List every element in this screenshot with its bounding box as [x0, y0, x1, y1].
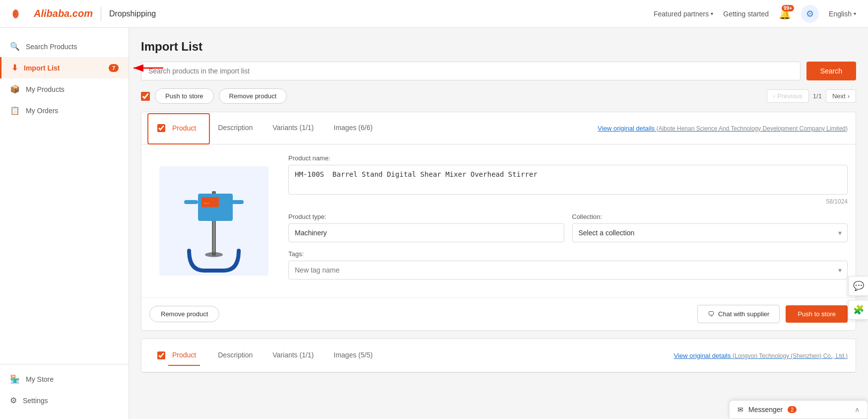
header-nav: Featured partners ▾ Getting started 🔔 99… [654, 5, 856, 23]
messenger-label: Messenger [748, 406, 783, 414]
logo-text: Alibaba.com [34, 8, 93, 19]
card-tabs: Product Description Variants (1/1) Image… [141, 112, 856, 144]
tab-images[interactable]: Images (6/6) [324, 117, 383, 140]
import-list-badge: 7 [109, 64, 119, 72]
product-card-1: Product Description Variants (1/1) Image… [141, 112, 856, 331]
select-all-checkbox[interactable] [141, 92, 150, 101]
push-to-store-footer-button[interactable]: Push to store [786, 305, 848, 323]
svg-text:e: e [13, 10, 16, 16]
push-to-store-button[interactable]: Push to store [155, 88, 214, 104]
chevron-left-icon: ‹ [773, 92, 775, 100]
sidebar: 🔍 Search Products ⬇ Import List 7 📦 My P… [0, 28, 129, 419]
tab-2-description[interactable]: Description [208, 344, 263, 367]
svg-rect-10 [213, 221, 215, 253]
card-footer-right: 🗨 Chat with supplier Push to store [697, 305, 848, 323]
orders-icon: 📋 [10, 106, 20, 115]
tab-product[interactable]: Product [168, 118, 200, 138]
header: e Alibaba.com Dropshipping Featured part… [0, 0, 868, 28]
app-name: Dropshipping [109, 9, 156, 18]
product-type-input[interactable] [288, 223, 564, 242]
puzzle-icon: 🧩 [853, 304, 864, 315]
tab-description[interactable]: Description [208, 117, 263, 140]
tags-input[interactable] [288, 261, 848, 279]
card-body: --.- Prod [141, 144, 856, 297]
tags-label: Tags: [288, 250, 848, 258]
store-icon: 🏪 [10, 374, 20, 384]
chat-icon: 🗨 [708, 310, 714, 318]
tab-2-images[interactable]: Images (5/5) [324, 344, 383, 367]
red-arrow-annotation [129, 58, 168, 78]
pagination: ‹ Previous 1/1 Next › [767, 89, 856, 103]
next-button[interactable]: Next › [826, 89, 856, 103]
product-tab-checkbox[interactable] [157, 124, 165, 132]
svg-rect-9 [230, 200, 244, 204]
tab-2-variants[interactable]: Variants (1/1) [263, 344, 324, 367]
card-2-tabs: Product Description Variants (1/1) Image… [141, 339, 856, 372]
logo[interactable]: e Alibaba.com [12, 7, 93, 21]
collection-select[interactable]: Select a collection [572, 223, 848, 242]
notification-button[interactable]: 🔔 99+ [779, 8, 791, 20]
product-type-label: Product type: [288, 213, 564, 220]
view-original-2-link[interactable]: View original details (Longvon Technolog… [674, 352, 848, 359]
svg-rect-8 [184, 200, 198, 204]
alibaba-logo-icon: e [12, 7, 30, 21]
product-2-tab-checkbox[interactable] [157, 351, 165, 359]
header-divider [101, 7, 101, 21]
chat-bubble-icon: 💬 [853, 280, 864, 291]
chevron-down-icon: ▾ [854, 11, 856, 16]
featured-partners-nav[interactable]: Featured partners ▾ [654, 10, 713, 18]
remove-product-footer-button[interactable]: Remove product [149, 306, 219, 322]
messenger-badge: 2 [788, 406, 797, 413]
notification-badge: 99+ [782, 5, 794, 11]
search-button[interactable]: Search [806, 62, 856, 80]
settings-icon: ⚙ [10, 396, 17, 405]
svg-text:--.-: --.- [204, 201, 209, 205]
search-icon: 🔍 [10, 42, 20, 51]
remove-product-button[interactable]: Remove product [219, 88, 287, 104]
getting-started-nav[interactable]: Getting started [723, 10, 769, 18]
page-title: Import List [141, 40, 856, 54]
product-name-counter: 58/1024 [288, 198, 848, 205]
product-name-label: Product name: [288, 154, 848, 162]
collection-col: Collection: Select a collection [572, 213, 848, 242]
supplier-name: (Aibote Henan Science And Technology Dev… [657, 125, 848, 132]
previous-button[interactable]: ‹ Previous [767, 89, 809, 103]
product-name-field: Product name: HM-100S Barrel Stand Digit… [288, 154, 848, 205]
product-illustration: --.- [169, 166, 259, 276]
sidebar-item-my-store[interactable]: 🏪 My Store [0, 368, 129, 390]
live-chat-button[interactable]: 💬 [848, 276, 868, 296]
collection-label: Collection: [572, 213, 848, 220]
product-type-collection-row: Product type: Collection: Select a colle… [288, 213, 848, 242]
tab-2-product[interactable]: Product [168, 345, 200, 366]
product-card-2: Product Description Variants (1/1) Image… [141, 339, 856, 373]
language-selector[interactable]: English ▾ [829, 10, 856, 18]
tags-input-wrap [288, 261, 848, 279]
sidebar-item-search-products[interactable]: 🔍 Search Products [0, 36, 129, 57]
floating-help-buttons: 💬 🧩 [848, 276, 868, 320]
sidebar-item-import-list[interactable]: ⬇ Import List 7 [0, 57, 129, 78]
sidebar-item-my-orders[interactable]: 📋 My Orders [0, 100, 129, 121]
chat-with-supplier-button[interactable]: 🗨 Chat with supplier [697, 305, 780, 323]
page-indicator: 1/1 [813, 92, 822, 100]
settings-circle-icon[interactable]: ⚙ [801, 5, 819, 23]
product-type-col: Product type: [288, 213, 564, 242]
product-name-input[interactable]: HM-100S Barrel Stand Digital Shear Mixer… [288, 165, 848, 195]
supplier-2-name: (Longvon Technology (Shenzhen) Co., Ltd.… [733, 352, 848, 359]
product-image: --.- [159, 166, 268, 276]
product-image-wrap: --.- [149, 154, 278, 287]
help-puzzle-button[interactable]: 🧩 [848, 300, 868, 320]
tab-variants[interactable]: Variants (1/1) [263, 117, 324, 140]
chevron-right-icon: › [848, 92, 850, 100]
sidebar-item-settings[interactable]: ⚙ Settings [0, 390, 129, 411]
view-original-link[interactable]: View original details (Aibote Henan Scie… [598, 125, 848, 132]
import-icon: ⬇ [11, 63, 18, 72]
messenger-bar[interactable]: ✉ Messenger 2 ∧ [729, 400, 868, 419]
svg-point-11 [205, 252, 223, 257]
sidebar-item-my-products[interactable]: 📦 My Products [0, 78, 129, 100]
messenger-icon: ✉ [737, 406, 743, 414]
search-input[interactable] [141, 62, 801, 80]
tags-field: Tags: [288, 250, 848, 279]
toolbar: Push to store Remove product ‹ Previous … [141, 88, 856, 104]
collection-select-wrap: Select a collection [572, 223, 848, 242]
products-icon: 📦 [10, 84, 20, 94]
